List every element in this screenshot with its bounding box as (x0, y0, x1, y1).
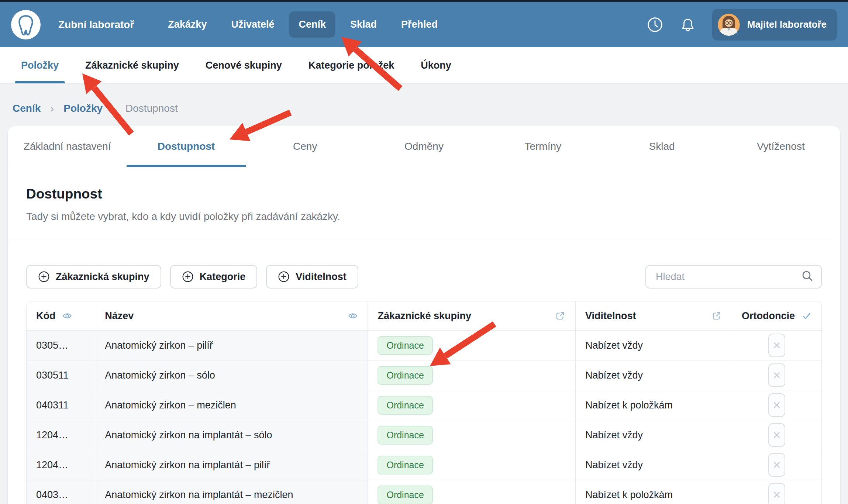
column-label: Ortodoncie (742, 310, 795, 322)
user-name: Majitel laboratoře (747, 19, 827, 30)
cell-visibility: Nabízet vždy (576, 331, 732, 360)
item-detail-tabs: Základní nastavení Dostupnost Ceny Odměn… (8, 126, 840, 167)
ortodoncie-toggle-button[interactable] (768, 393, 785, 417)
external-link-icon[interactable] (555, 310, 566, 321)
breadcrumb-link-polozky[interactable]: Položky (63, 103, 103, 114)
breadcrumb: Ceník › Položky › Dostupnost (7, 84, 841, 126)
cell-visibility: Nabízet k položkám (576, 390, 732, 420)
x-icon (772, 431, 781, 439)
table-row[interactable]: 0403… Anatomický zirkon na implantát – m… (27, 480, 821, 504)
clock-icon[interactable] (647, 16, 663, 33)
column-header-ortodoncie[interactable]: Ortodoncie (732, 301, 821, 331)
group-badge[interactable]: Ordinace (378, 426, 432, 445)
ortodoncie-toggle-button[interactable] (768, 453, 785, 477)
item-detail-tab[interactable]: Ceny (246, 126, 365, 167)
bell-icon[interactable] (680, 16, 696, 33)
eye-icon[interactable] (62, 311, 72, 321)
breadcrumb-separator-icon: › (50, 102, 54, 115)
column-label: Kód (36, 310, 55, 322)
group-badge[interactable]: Ordinace (378, 336, 432, 355)
table-row[interactable]: 030511 Anatomický zirkon – sólo Ordinace… (27, 360, 821, 390)
add-button[interactable]: Viditelnost (266, 265, 358, 289)
search-input[interactable] (645, 265, 822, 289)
plus-circle-icon (182, 271, 194, 283)
nav-item[interactable]: Přehled (392, 11, 447, 38)
cell-visibility: Nabízet k položkám (576, 480, 732, 504)
group-badge[interactable]: Ordinace (378, 456, 432, 474)
column-header-zakaznicke-skupiny[interactable]: Zákaznické skupiny (368, 301, 576, 331)
table-row[interactable]: 1204… Anatomický zirkon na implantát – p… (27, 450, 821, 480)
column-label: Viditelnost (585, 310, 636, 322)
x-icon (772, 401, 781, 410)
table-row[interactable]: 0305… Anatomický zirkon – pilíř Ordinace… (27, 331, 821, 360)
column-header-kod[interactable]: Kód (27, 301, 95, 331)
user-menu[interactable]: Majitel laboratoře (712, 9, 837, 41)
subnav-tab[interactable]: Úkony (414, 47, 458, 83)
ortodoncie-toggle-button[interactable] (768, 363, 785, 387)
cell-code: 0403… (27, 480, 95, 504)
brand-title: Zubní laboratoř (58, 19, 134, 31)
cell-ortodoncie (732, 331, 821, 360)
item-detail-tab[interactable]: Dostupnost (127, 126, 245, 167)
breadcrumb-current: Dostupnost (125, 103, 178, 114)
nav-item[interactable]: Ceník (289, 11, 335, 38)
item-detail-tab[interactable]: Vytíženost (721, 126, 840, 167)
cell-code: 030511 (27, 360, 95, 390)
subnav-tab[interactable]: Kategorie položek (302, 47, 401, 83)
top-navigation-bar: Zubní laboratoř Zakázky Uživatelé Ceník … (0, 2, 848, 47)
ortodoncie-toggle-button[interactable] (768, 334, 785, 357)
ortodoncie-toggle-button[interactable] (768, 483, 785, 504)
cell-ortodoncie (732, 360, 821, 390)
page-content: Ceník › Položky › Dostupnost Základní na… (0, 84, 848, 504)
subnav-tab[interactable]: Cenové skupiny (199, 47, 288, 83)
cell-code: 1204… (27, 420, 95, 450)
nav-item[interactable]: Uživatelé (221, 11, 284, 38)
external-link-icon[interactable] (711, 310, 722, 321)
cell-ortodoncie (732, 390, 821, 420)
column-header-nazev[interactable]: Název (95, 301, 368, 331)
add-button-label: Kategorie (200, 271, 246, 283)
table-row[interactable]: 040311 Anatomický zirkon – mezičlen Ordi… (27, 390, 821, 420)
add-button[interactable]: Zákaznická skupiny (26, 265, 161, 289)
breadcrumb-link-cenik[interactable]: Ceník (13, 103, 41, 114)
plus-circle-icon (38, 271, 50, 283)
group-badge[interactable]: Ordinace (378, 486, 432, 504)
cell-customer-groups: Ordinace (368, 420, 576, 450)
x-icon (772, 341, 781, 350)
table-row[interactable]: 1204… Anatomický zirkon na implantát – s… (27, 420, 821, 450)
pricing-subnav: Položky Zákaznické skupiny Cenové skupin… (0, 47, 848, 84)
item-detail-tab[interactable]: Základní nastavení (8, 126, 127, 167)
cell-visibility: Nabízet vždy (576, 420, 732, 450)
app-logo-tooth-icon (11, 10, 41, 39)
item-detail-card: Základní nastavení Dostupnost Ceny Odměn… (7, 126, 841, 504)
item-detail-tab[interactable]: Termíny (483, 126, 602, 167)
x-icon (772, 490, 781, 499)
group-badge[interactable]: Ordinace (378, 366, 432, 385)
cell-name: Anatomický zirkon na implantát – pilíř (95, 450, 368, 480)
item-detail-tab[interactable]: Sklad (602, 126, 721, 167)
item-detail-tab[interactable]: Odměny (365, 126, 483, 167)
nav-item[interactable]: Zakázky (158, 11, 216, 38)
add-button-label: Zákaznická skupiny (56, 271, 149, 283)
subnav-tab[interactable]: Položky (15, 47, 65, 83)
table-header-row: Kód Název (27, 301, 821, 331)
cell-ortodoncie (732, 480, 821, 504)
section-header: Dostupnost Tady si můžete vybrat, kdo a … (8, 167, 840, 241)
check-icon[interactable] (802, 311, 812, 321)
cell-customer-groups: Ordinace (368, 450, 576, 480)
cell-visibility: Nabízet vždy (576, 360, 732, 390)
search-box (645, 265, 822, 289)
group-badge[interactable]: Ordinace (378, 396, 432, 415)
nav-item[interactable]: Sklad (341, 11, 386, 38)
cell-ortodoncie (732, 450, 821, 480)
x-icon (772, 371, 781, 380)
page-description: Tady si můžete vybrat, kdo a kdy uvidí p… (26, 211, 822, 222)
column-header-viditelnost[interactable]: Viditelnost (576, 301, 732, 331)
add-button-label: Viditelnost (296, 271, 347, 283)
cell-name: Anatomický zirkon – sólo (95, 360, 368, 390)
subnav-tab[interactable]: Zákaznické skupiny (79, 47, 185, 83)
eye-icon[interactable] (348, 311, 358, 321)
cell-code: 0305… (27, 331, 95, 360)
ortodoncie-toggle-button[interactable] (768, 423, 785, 447)
add-button[interactable]: Kategorie (170, 265, 258, 289)
